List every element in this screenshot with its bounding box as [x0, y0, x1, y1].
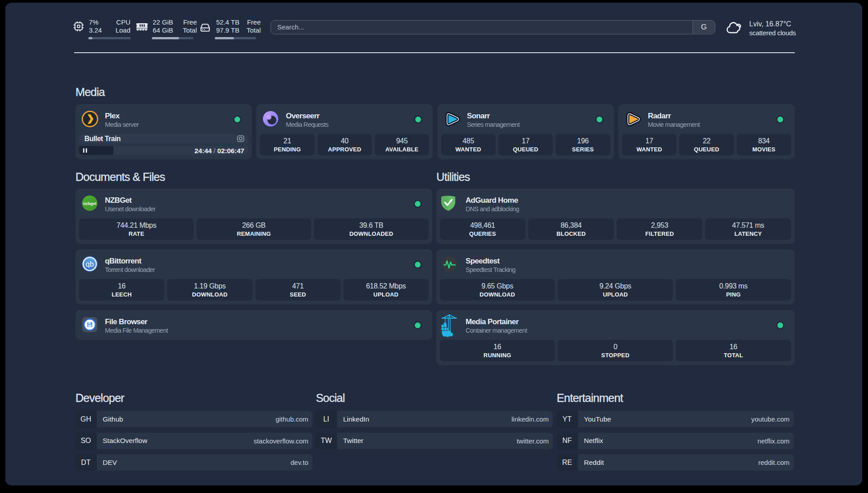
- svg-text:qb: qb: [86, 260, 94, 268]
- svg-text:nzbget: nzbget: [83, 201, 96, 206]
